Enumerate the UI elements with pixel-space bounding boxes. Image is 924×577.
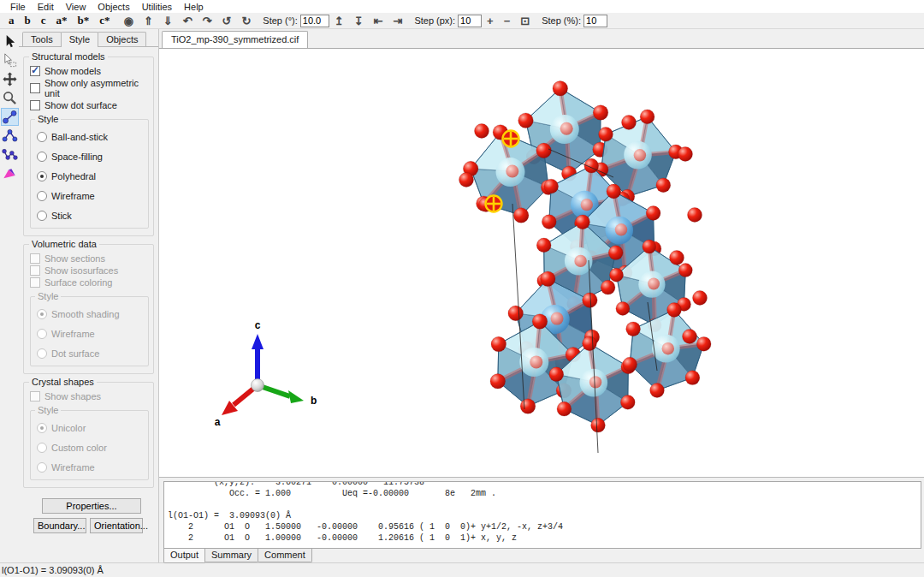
checkbox-show-sections[interactable]: Show sections [30, 253, 151, 264]
checkbox-label: Show isosurfaces [44, 265, 118, 276]
rotate-ccw-icon[interactable]: ↶ [178, 14, 198, 28]
step-deg-input[interactable] [300, 15, 329, 27]
zoom-in-icon[interactable]: + [482, 14, 499, 28]
distance-tool-button[interactable] [1, 108, 19, 126]
zoom-out-icon[interactable]: − [499, 14, 516, 28]
tab-output[interactable]: Output [163, 549, 205, 563]
menu-objects[interactable]: Objects [92, 1, 135, 13]
menu-utilities[interactable]: Utilities [136, 1, 178, 13]
fit-view-icon[interactable]: ⊡ [515, 14, 535, 28]
checkbox-surface-coloring[interactable]: Surface coloring [30, 277, 151, 288]
checkbox-show-models[interactable]: Show models [30, 66, 151, 76]
tab-objects[interactable]: Objects [98, 32, 146, 47]
axis-button-b[interactable]: b [20, 14, 36, 27]
output-line [168, 499, 921, 510]
group-structural-models: Structural modelsShow modelsShow only as… [23, 57, 154, 236]
radio-space-filling[interactable]: Space-filling [37, 152, 145, 162]
translate-up-icon[interactable]: ↥ [329, 14, 349, 28]
step-deg-label: Step (°): [256, 15, 299, 26]
translate-down-icon[interactable]: ↧ [349, 14, 369, 28]
axis-button-a-star[interactable]: a* [51, 14, 73, 27]
checkbox-show-only-asymmetric-unit[interactable]: Show only asymmetric unit [30, 78, 151, 98]
axis-button-group: abca*b*c* [3, 14, 116, 27]
axis-button-c[interactable]: c [36, 14, 51, 27]
checkbox-box [30, 100, 40, 110]
radio-dot [37, 348, 47, 359]
radio-dot [37, 132, 47, 142]
translate-tool-button[interactable] [1, 70, 19, 88]
radio-custom-color[interactable]: Custom color [37, 443, 145, 453]
axis-button-b-star[interactable]: b* [73, 14, 95, 27]
radio-dot-surface[interactable]: Dot surface [37, 348, 145, 359]
tab-tools[interactable]: Tools [22, 32, 62, 47]
radio-wireframe[interactable]: Wireframe [37, 329, 145, 339]
axes-widget: cab [215, 319, 317, 428]
tab-style[interactable]: Style [61, 32, 98, 47]
dihedral-tool-icon [2, 146, 18, 163]
style-panel-body: Structural modelsShow modelsShow only as… [19, 46, 158, 560]
radio-ball-and-stick[interactable]: Ball-and-stick [37, 132, 145, 142]
rotate-down-icon[interactable]: ⇓ [158, 14, 178, 28]
sphere-view-icon[interactable]: ◉ [119, 14, 139, 28]
output-tab-bar: Output Summary Comment [159, 549, 924, 563]
selected-atom-marker [486, 196, 502, 212]
magnify-tool-icon [2, 90, 18, 106]
menu-file[interactable]: File [4, 1, 32, 13]
magnify-tool-button[interactable] [1, 89, 19, 107]
checkbox-box [30, 253, 40, 264]
step-pct-input[interactable] [583, 15, 607, 27]
radio-label: Wireframe [51, 329, 95, 339]
tab-comment[interactable]: Comment [258, 549, 312, 562]
area-select-button[interactable] [1, 51, 19, 69]
checkbox-label: Show dot surface [44, 100, 117, 110]
radio-smooth-shading[interactable]: Smooth shading [37, 309, 145, 319]
structure-canvas[interactable]: cab [159, 48, 924, 477]
output-line: (x,y,z): 3.60271 0.00000 11.75738 [168, 481, 921, 488]
group-style-title: Style [35, 114, 61, 124]
orientation-button[interactable]: Orientation... [90, 518, 143, 533]
checkbox-show-isosurfaces[interactable]: Show isosurfaces [30, 265, 151, 276]
group-style-title: Style [35, 405, 61, 415]
output-line: Occ. = 1.000 Ueq =-0.00000 8e 2mm . [168, 488, 921, 499]
selected-atom-marker [503, 131, 519, 147]
menu-help[interactable]: Help [178, 1, 210, 13]
angle-tool-button[interactable] [1, 127, 19, 145]
radio-dot [37, 171, 47, 181]
document-tab[interactable]: TiO2_mp-390_symmetrized.cif [162, 31, 308, 48]
radio-stick[interactable]: Stick [37, 211, 145, 221]
roll-cw-icon[interactable]: ↻ [236, 14, 256, 28]
side-panel: Tools Style Objects Structural modelsSho… [19, 29, 158, 562]
checkbox-label: Show sections [44, 253, 105, 264]
translate-left-icon[interactable]: ⇤ [369, 14, 388, 28]
svg-text:b: b [311, 395, 317, 407]
output-text[interactable]: (x,y,z): 3.60271 0.00000 11.75738 Occ. =… [163, 481, 921, 549]
dihedral-tool-button[interactable] [1, 146, 19, 164]
roll-ccw-icon[interactable]: ↺ [217, 14, 237, 28]
boundary-button[interactable]: Boundary... [33, 518, 86, 533]
plane-tool-button[interactable] [1, 164, 19, 182]
properties-button[interactable]: Properties... [42, 498, 141, 514]
step-px-input[interactable] [458, 15, 482, 27]
radio-wireframe[interactable]: Wireframe [37, 462, 145, 473]
axis-button-a[interactable]: a [3, 14, 20, 27]
translate-right-icon[interactable]: ⇥ [388, 14, 408, 28]
group-title: Structural models [29, 51, 108, 62]
distance-tool-icon [2, 109, 18, 125]
radio-dot [37, 152, 47, 162]
rotate-up-icon[interactable]: ⇑ [139, 14, 158, 28]
radio-dot [37, 462, 47, 473]
radio-unicolor[interactable]: Unicolor [37, 423, 145, 433]
axis-button-c-star[interactable]: c* [94, 14, 115, 27]
checkbox-show-dot-surface[interactable]: Show dot surface [30, 100, 151, 110]
radio-polyhedral[interactable]: Polyhedral [37, 171, 145, 181]
select-cursor-button[interactable] [1, 33, 19, 51]
step-px-label: Step (px): [407, 15, 458, 26]
radio-wireframe[interactable]: Wireframe [37, 191, 145, 201]
menu-edit[interactable]: Edit [32, 1, 60, 13]
menu-view[interactable]: View [60, 1, 92, 13]
checkbox-label: Show models [44, 66, 101, 76]
checkbox-show-shapes[interactable]: Show shapes [30, 391, 151, 402]
tab-summary[interactable]: Summary [204, 549, 258, 562]
group-style: StyleSmooth shadingWireframeDot surface [30, 296, 149, 366]
rotate-cw-icon[interactable]: ↷ [198, 14, 217, 28]
